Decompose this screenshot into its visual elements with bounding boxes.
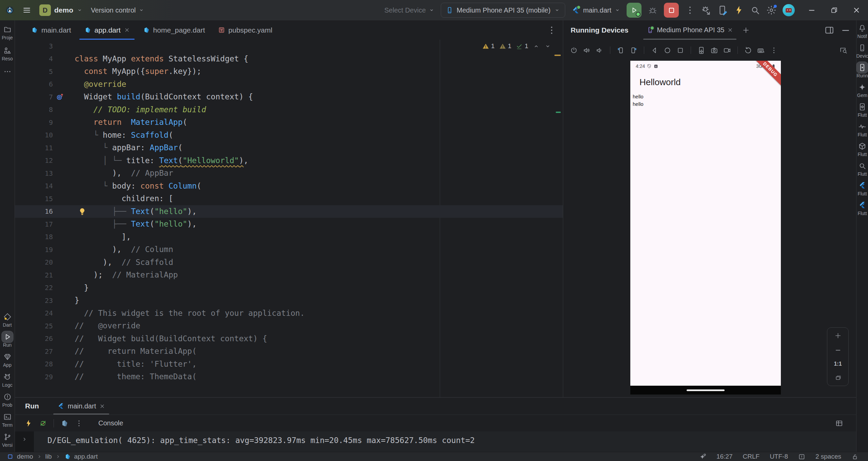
file-writable-icon[interactable] [851,453,859,460]
console-output[interactable]: D/EGL_emulation( 4625): app_time_stats: … [15,431,856,452]
emulator-screen[interactable]: 4:24 3G DEBUG Helloworld [630,61,781,395]
rotate-left-icon[interactable] [617,46,625,54]
ai-disabled-icon[interactable] [699,453,706,460]
code-line-22[interactable]: 22 } [15,282,563,294]
code-line-20[interactable]: 20 ), // Scaffold [15,256,563,269]
code-line-14[interactable]: 14 └ body: const Column( [15,180,563,193]
search-everywhere-icon[interactable] [750,5,760,15]
code-line-17[interactable]: 17 ├── Text("hello"), [15,218,563,231]
camera-icon[interactable] [710,46,718,54]
tool-stripe-running-devices[interactable]: Runn [856,63,868,78]
tool-stripe-resource-manager[interactable]: Reso [0,46,15,61]
tool-stripe-run[interactable]: Run [0,332,15,348]
back-icon[interactable] [651,46,658,54]
window-restore-icon[interactable] [830,6,838,14]
device-settings-icon[interactable] [697,46,705,54]
hot-reload-icon[interactable] [734,5,744,15]
breadcrumb-item[interactable]: demo [17,453,33,460]
zoom-reset-label[interactable]: 1:1 [834,361,842,367]
scrollbar-warning-mark[interactable] [554,55,561,56]
console-more-icon[interactable] [75,419,83,427]
main-menu-icon[interactable] [22,6,31,15]
hide-panel-icon[interactable] [841,25,851,35]
debug-button[interactable] [648,5,658,15]
code-line-8[interactable]: 8 // TODO: implement build [15,103,563,116]
code-line-9[interactable]: 9 return MaterialApp( [15,116,563,129]
tool-stripe-project[interactable]: Proje [0,25,15,40]
home-icon[interactable] [664,46,671,54]
inspection-widget-icon[interactable] [798,453,805,460]
window-minimize-icon[interactable] [808,6,816,14]
code-line-29[interactable]: 29// theme: ThemeData( [15,370,563,383]
close-tab-icon[interactable] [124,27,130,33]
rotate-right-icon[interactable] [630,46,637,54]
tool-stripe-flutter-attach[interactable]: Flutt [856,181,868,196]
code-line-24[interactable]: 24 // This widget is the root of your ap… [15,307,563,320]
video-icon[interactable] [723,46,731,54]
code-line-25[interactable]: 25// @override [15,320,563,332]
panel-layout-icon[interactable] [824,25,834,35]
settings-gear-icon[interactable] [766,5,776,15]
code-line-28[interactable]: 28// title: 'Flutter', [15,358,563,371]
editor-tab-main.dart[interactable]: main.dart [24,20,78,40]
console-tab-label[interactable]: Console [98,419,123,427]
hot-restart-icon[interactable] [39,419,47,427]
code-line-13[interactable]: 13 ), // AppBar [15,167,563,180]
zoom-in-icon[interactable] [834,332,842,340]
run-button[interactable] [627,3,642,18]
tool-stripe-notifications[interactable]: Notif [856,24,868,39]
select-device-dropdown[interactable]: Select Device [384,6,435,14]
tool-stripe-terminal[interactable]: Term [0,412,15,428]
assistant-avatar[interactable] [783,4,795,16]
flutter-device-icon[interactable] [717,5,728,15]
stop-button[interactable] [664,3,679,18]
device-selector[interactable]: Medium Phone API 35 (mobile) [441,3,565,18]
code-line-26[interactable]: 26// Widget build(BuildContext context) … [15,332,563,345]
code-editor[interactable]: 34class MyApp extends StatelessWidget {5… [15,40,563,397]
nav-handle[interactable] [687,389,725,391]
vcs-widget[interactable]: Version control [91,6,144,14]
previous-problem-icon[interactable] [533,43,540,50]
code-line-12[interactable]: 12 │ └─ title: Text("Helloworld"), [15,154,563,167]
intention-bulb-icon[interactable] [78,207,86,216]
inspections-widget[interactable]: 1 1 1 [482,42,551,50]
tool-stripe-gemini[interactable]: Gem [856,83,868,98]
snapshot-icon[interactable] [744,46,752,54]
tool-stripe-flutter-inspector[interactable]: Flutt [856,161,868,177]
device-tab[interactable]: Medium Phone API 35 [643,20,736,40]
screen-zoom-icon[interactable] [840,46,847,54]
add-device-icon[interactable] [742,26,750,34]
line-separator[interactable]: CRLF [743,453,760,460]
tool-stripe-flutter-outline[interactable]: Flutt [856,142,868,157]
tab-options-icon[interactable] [547,25,557,35]
code-line-15[interactable]: 15 children: [ [15,192,563,205]
code-line-21[interactable]: 21 ); // MaterialApp [15,269,563,282]
overview-icon[interactable] [676,46,684,54]
breadcrumb-item[interactable]: app.dart [74,453,98,460]
tool-stripe-version-control[interactable]: Versi [0,433,15,448]
scrollbar-todo-mark[interactable] [556,112,561,113]
close-device-tab-icon[interactable] [727,27,733,33]
project-widget[interactable]: D demo [39,4,83,16]
tool-stripe-problems[interactable]: Prob [0,392,15,408]
editor-tab-app.dart[interactable]: app.dart [78,20,136,40]
tool-stripe-logcat[interactable]: Logc [0,372,15,388]
code-line-5[interactable]: 5 const MyApp({super.key}); [15,65,563,78]
code-line-27[interactable]: 27// return MaterialApp( [15,345,563,358]
tool-stripe-more-tool-windows[interactable] [0,67,15,76]
console-layout-icon[interactable] [835,419,843,427]
file-encoding[interactable]: UTF-8 [770,453,788,460]
next-problem-icon[interactable] [544,43,551,50]
weak-warnings-count[interactable]: 1 [499,42,512,50]
indent-setting[interactable]: 2 spaces [815,453,841,460]
code-line-16[interactable]: 16 ├── Text("hello"), [15,205,563,218]
kebab-icon[interactable] [770,46,778,54]
warnings-count[interactable]: 1 [482,42,495,50]
code-line-3[interactable]: 3 [15,40,563,53]
tool-stripe-flutter-property-editor[interactable]: Flutt [856,201,868,216]
code-line-10[interactable]: 10 └ home: Scaffold( [15,129,563,142]
more-run-actions-icon[interactable] [685,5,695,15]
dart-vm-icon[interactable] [60,419,68,427]
zoom-fit-icon[interactable] [834,374,842,382]
code-line-7[interactable]: 7 Widget build(BuildContext context) { [15,91,563,103]
